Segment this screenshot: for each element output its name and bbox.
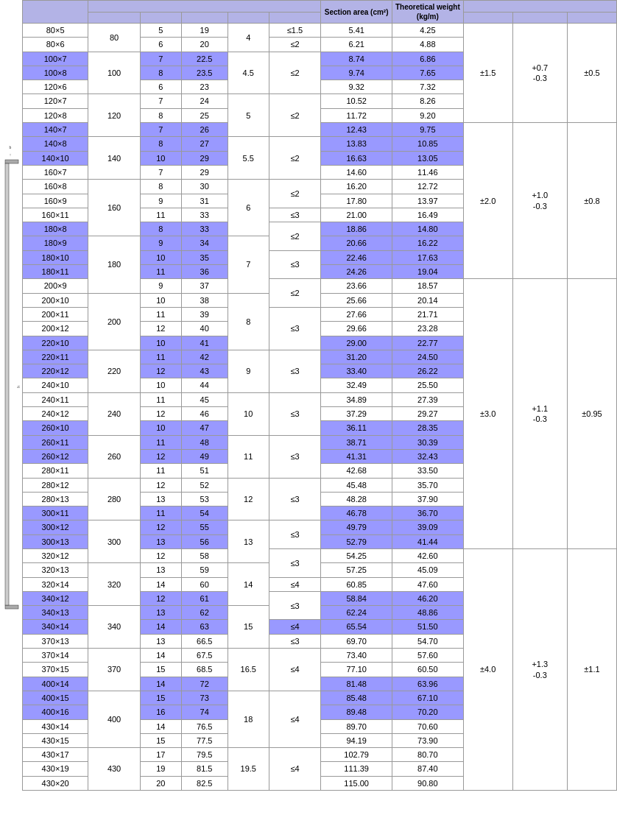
cell-weight: 70.20: [392, 705, 464, 719]
cell-r1: 4: [228, 24, 269, 52]
cell-h: 58: [181, 548, 228, 562]
cell-weight: 35.70: [392, 478, 464, 492]
cell-area: 11.72: [321, 108, 392, 122]
cell-h: 29: [181, 151, 228, 165]
cell-area: 48.28: [321, 492, 392, 506]
header-model: [23, 1, 88, 24]
cell-weight: 10.85: [392, 137, 464, 151]
cell-b: 160: [88, 180, 141, 236]
cell-weight: 37.90: [392, 492, 464, 506]
cell-t: 12: [140, 449, 181, 463]
cell-area: 77.10: [321, 663, 392, 677]
cell-b: 80: [88, 24, 141, 52]
cell-model: 160×8: [23, 180, 88, 194]
cell-t: 17: [140, 748, 181, 762]
cell-r1: 9: [228, 350, 269, 392]
cell-t: 13: [140, 606, 181, 620]
cell-r1: 16.5: [228, 649, 269, 691]
cell-h: 39: [181, 307, 228, 321]
cell-r1: 13: [228, 520, 269, 563]
cell-t: 11: [140, 208, 181, 222]
cell-h: 19: [181, 24, 228, 38]
cell-r: ≤3: [269, 392, 321, 435]
cell-h: 48: [181, 435, 228, 449]
cell-area: 31.20: [321, 350, 392, 364]
cell-b: 180: [88, 236, 141, 293]
cell-area: 58.84: [321, 591, 392, 605]
cell-model: 320×14: [23, 577, 88, 591]
cell-h: 72: [181, 677, 228, 691]
cell-weight: 51.50: [392, 620, 464, 634]
cell-h: 60: [181, 577, 228, 591]
cell-h: 62: [181, 606, 228, 620]
cell-model: 180×9: [23, 236, 88, 250]
cell-r: ≤2: [269, 180, 321, 208]
cell-weight: 29.27: [392, 407, 464, 421]
cell-t: 7: [140, 123, 181, 137]
cell-weight: 47.60: [392, 577, 464, 591]
cell-b: 300: [88, 520, 141, 563]
svg-rect-5: [5, 163, 9, 605]
cell-model: 400×15: [23, 691, 88, 705]
cell-area: 25.66: [321, 293, 392, 307]
cell-area: 13.83: [321, 137, 392, 151]
cell-weight: 41.44: [392, 534, 464, 548]
cell-model: 140×7: [23, 123, 88, 137]
cell-b: 100: [88, 52, 141, 94]
cell-r1: 6: [228, 180, 269, 236]
cell-model: 320×13: [23, 563, 88, 577]
cell-model: 430×17: [23, 748, 88, 762]
cell-area: 89.48: [321, 705, 392, 719]
cell-r1: 8: [228, 293, 269, 350]
cell-area: 33.40: [321, 364, 392, 378]
cell-t: 14: [140, 577, 181, 591]
cell-model: 80×6: [23, 38, 88, 52]
cell-r1: 12: [228, 478, 269, 520]
cell-r1: 5.5: [228, 137, 269, 180]
cell-weight: 13.05: [392, 151, 464, 165]
cell-area: 21.00: [321, 208, 392, 222]
cell-area: 81.48: [321, 677, 392, 691]
cell-weight: 7.32: [392, 80, 464, 94]
cell-model: 340×14: [23, 620, 88, 634]
cell-area: 57.25: [321, 563, 392, 577]
cell-area: 20.66: [321, 236, 392, 250]
cell-t: 12: [140, 478, 181, 492]
cell-model: 220×11: [23, 350, 88, 364]
table-wrapper: Section area (cm²) Theoretical weight (k…: [22, 0, 617, 791]
header-b: [88, 12, 141, 24]
svg-text:h: h: [16, 386, 21, 388]
header-theoretical-weight: Theoretical weight (kg/m): [392, 1, 464, 24]
cell-h: 46: [181, 407, 228, 421]
cell-model: 320×12: [23, 548, 88, 562]
cell-model: 160×11: [23, 208, 88, 222]
cell-weight: 7.65: [392, 66, 464, 80]
cell-h: 82.5: [181, 776, 228, 790]
cell-weight: 33.50: [392, 464, 464, 478]
cell-model: 300×13: [23, 534, 88, 548]
cell-t: 12: [140, 548, 181, 562]
cell-r: ≤4: [269, 577, 321, 591]
cell-r: ≤3: [269, 435, 321, 478]
cell-area: 36.11: [321, 421, 392, 435]
cell-r: ≤4: [269, 649, 321, 691]
diagram-column: b ↑ h: [0, 0, 22, 791]
cell-t: 15: [140, 733, 181, 747]
cell-weight: 36.70: [392, 507, 464, 520]
header-section-area: Section area (cm²): [321, 1, 392, 24]
cell-t: 10: [140, 250, 181, 264]
cell-area: 23.66: [321, 279, 392, 293]
cell-area: 29.66: [321, 322, 392, 336]
cell-area: 24.26: [321, 265, 392, 279]
cell-h: 42: [181, 350, 228, 364]
cell-weight: 24.50: [392, 350, 464, 364]
cell-area: 16.63: [321, 151, 392, 165]
cell-t: 12: [140, 591, 181, 605]
cell-weight: 45.09: [392, 563, 464, 577]
cell-b: 200: [88, 293, 141, 350]
cell-h: 54: [181, 507, 228, 520]
cell-area: 6.21: [321, 38, 392, 52]
cell-h: 40: [181, 322, 228, 336]
svg-text:b: b: [10, 145, 12, 149]
cell-h: 59: [181, 563, 228, 577]
